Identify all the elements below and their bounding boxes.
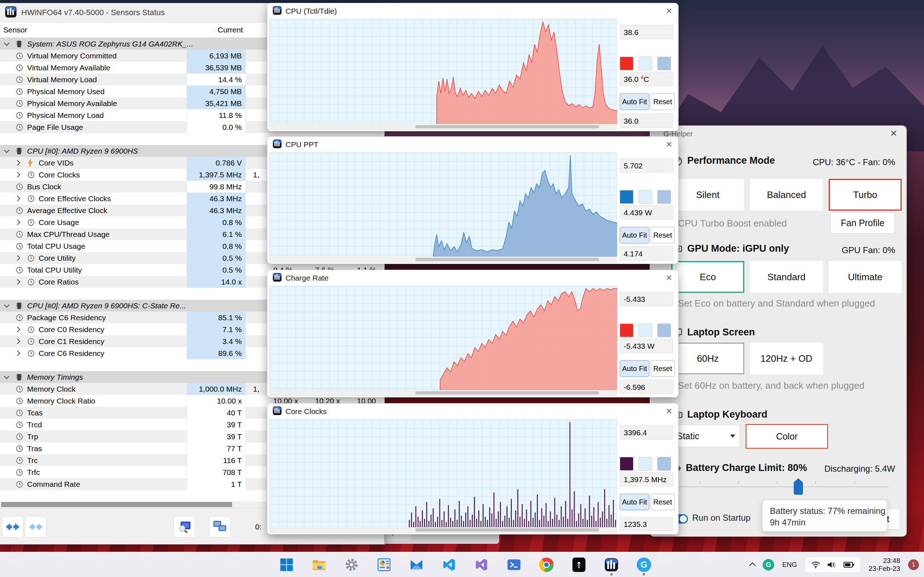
graph-plot-area[interactable] [270,286,617,390]
graph-titlebar[interactable]: CPU (Tctl/Tdie)✕ [267,3,678,19]
clock-icon [16,52,23,60]
taskbar-icon-mail[interactable] [409,557,425,573]
graph-plot-area[interactable] [270,153,617,256]
reset-button[interactable]: Reset [651,227,675,243]
graph-titlebar[interactable]: CPU PPT✕ [267,137,678,153]
battery-limit-slider[interactable] [674,486,888,488]
chevron-right-icon[interactable] [15,338,21,344]
graph-titlebar[interactable]: Charge Rate✕ [267,270,678,286]
graph-window-cpu-tctl: CPU (Tctl/Tdie)✕38.636.0 °CAuto FitReset… [267,3,678,131]
remote-monitoring-button[interactable] [209,516,231,538]
taskbar: G G ENG 23:48 23-Feb-23 1 [0,552,924,577]
graph-close-icon[interactable]: ✕ [666,407,672,416]
graph-plot-area[interactable] [270,419,617,527]
mode-button-ultimate[interactable]: Ultimate [829,261,901,293]
fan-profile-button[interactable]: Fan Profile [830,212,895,234]
taskbar-icon-vscode[interactable] [441,557,457,573]
graph-scrollbar[interactable] [270,528,617,533]
auto-fit-button[interactable]: Auto Fit [620,360,649,377]
tray-status-group[interactable] [805,557,861,573]
chevron-right-icon[interactable] [15,255,21,261]
ghelper-close-icon[interactable]: ✕ [890,128,897,139]
keyboard-color-button[interactable]: Color [746,424,828,449]
mode-button-silent[interactable]: Silent [671,179,744,211]
logging-button[interactable] [174,516,195,538]
chevron-right-icon[interactable] [15,327,21,332]
taskbar-icon-hwinfo[interactable] [604,557,619,573]
notification-badge[interactable]: 1 [908,559,919,570]
mode-button-120hz-od[interactable]: 120Hz + OD [750,343,823,374]
expand-columns-button[interactable] [2,516,23,538]
graph-titlebar[interactable]: Core Clocks✕ [267,403,678,419]
mode-button-eco[interactable]: Eco [671,261,744,293]
graph-close-icon[interactable]: ✕ [666,6,672,16]
graph-scrollbar-thumb[interactable] [415,391,599,395]
series-color-swatch[interactable] [620,56,633,70]
sensor-column-header[interactable]: Sensor [3,26,27,34]
mode-button-60hz[interactable]: 60Hz [671,343,744,374]
taskbar-icon-powershell[interactable] [506,557,522,573]
graph-scrollbar-thumb[interactable] [415,125,599,128]
chevron-right-icon[interactable] [15,351,21,356]
slider-tick [699,481,700,484]
current-column-header[interactable]: Current [187,26,243,34]
sensor-label: Average Effective Clock [27,206,107,215]
chevron-right-icon[interactable] [15,160,21,166]
background-color-swatch[interactable] [638,457,652,471]
graph-scrollbar[interactable] [270,390,617,396]
mode-button-turbo[interactable]: Turbo [829,179,901,211]
taskbar-icon-g-helper[interactable]: G [636,557,652,573]
grid-color-swatch[interactable] [657,324,671,337]
chevron-down-icon[interactable] [4,148,10,153]
graph-plot-area[interactable] [270,19,617,124]
chevron-down-icon[interactable] [4,302,10,308]
grammarly-icon[interactable]: G [762,559,774,571]
chevron-right-icon[interactable] [15,196,21,201]
reset-button[interactable]: Reset [651,494,675,510]
sensor-label: Total CPU Usage [27,242,85,251]
graph-scrollbar-thumb[interactable] [415,528,599,532]
scrollbar-thumb[interactable] [1,502,232,507]
chevron-down-icon[interactable] [4,40,10,46]
taskbar-icon-black-arrows-app[interactable] [571,557,587,573]
chevron-right-icon[interactable] [15,220,21,226]
slider-thumb[interactable] [794,478,803,495]
auto-fit-button[interactable]: Auto Fit [620,494,649,510]
background-color-swatch[interactable] [638,190,652,204]
reset-button[interactable]: Reset [651,360,675,377]
taskbar-icon-system-monitor[interactable] [376,557,392,573]
tray-overflow-chevron-icon[interactable] [749,562,756,569]
graph-scrollbar[interactable] [270,124,617,130]
graph-close-icon[interactable]: ✕ [666,273,672,283]
taskbar-icon-start[interactable] [279,557,294,573]
grid-color-swatch[interactable] [657,56,671,70]
taskbar-icon-chrome[interactable] [538,557,554,573]
background-color-swatch[interactable] [638,56,652,70]
keyboard-mode-dropdown[interactable]: Static [671,425,740,447]
sensor-label: Physical Memory Used [27,87,105,96]
background-color-swatch[interactable] [638,324,652,337]
graph-close-icon[interactable]: ✕ [666,140,672,149]
taskbar-icon-settings[interactable] [344,557,360,573]
mode-button-balanced[interactable]: Balanced [750,179,823,211]
taskbar-icon-file-explorer[interactable] [311,557,327,573]
taskbar-clock[interactable]: 23:48 23-Feb-23 [868,557,900,573]
auto-fit-button[interactable]: Auto Fit [620,93,649,110]
sensor-value: 85.1 % [187,311,246,324]
graph-scrollbar[interactable] [270,257,617,263]
graph-scrollbar-thumb[interactable] [415,258,599,261]
auto-fit-button[interactable]: Auto Fit [620,227,649,243]
language-indicator[interactable]: ENG [782,561,797,569]
series-color-swatch[interactable] [620,457,633,471]
grid-color-swatch[interactable] [657,190,671,204]
series-color-swatch[interactable] [620,190,633,204]
collapse-columns-button[interactable] [25,516,47,538]
chevron-right-icon[interactable] [15,279,21,285]
chevron-right-icon[interactable] [15,172,21,178]
series-color-swatch[interactable] [620,324,633,337]
grid-color-swatch[interactable] [657,457,671,471]
chevron-down-icon[interactable] [4,374,10,379]
taskbar-icon-visual-studio[interactable] [473,557,489,573]
reset-button[interactable]: Reset [651,93,675,110]
mode-button-standard[interactable]: Standard [750,261,823,293]
